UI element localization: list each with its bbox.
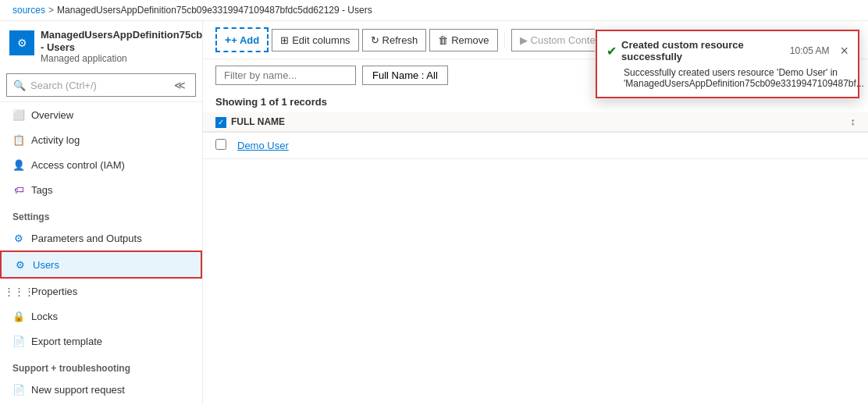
sidebar-item-label: Tags <box>31 184 52 196</box>
edit-columns-icon: ⊞ <box>280 34 289 46</box>
remove-icon: 🗑 <box>438 34 448 46</box>
sidebar: ⚙ ManagedUsersAppDefinition75cb09e331994… <box>0 21 203 405</box>
properties-icon: ⋮⋮⋮ <box>12 285 25 297</box>
sidebar-item-activity-log[interactable]: 📋 Activity log <box>0 127 202 152</box>
refresh-label: Refresh <box>382 34 418 46</box>
access-control-icon: 👤 <box>12 158 25 171</box>
tags-icon: 🏷 <box>12 183 25 196</box>
sidebar-item-label: Access control (IAM) <box>31 159 125 171</box>
sidebar-item-label: Activity log <box>31 134 80 146</box>
toolbar-separator <box>504 32 505 48</box>
breadcrumb-separator: > <box>48 5 54 16</box>
sidebar-item-parameters[interactable]: ⚙ Parameters and Outputs <box>0 226 202 250</box>
collapse-button[interactable]: ≪ <box>171 77 189 93</box>
toast-body: Successfully created users resource 'Dem… <box>607 67 848 89</box>
select-all-checkbox[interactable] <box>215 117 226 128</box>
sidebar-item-label: Users <box>33 259 59 271</box>
search-icon: 🔍 <box>13 80 26 91</box>
activity-log-icon: 📋 <box>12 133 25 146</box>
sidebar-header: ⚙ ManagedUsersAppDefinition75cb09e331994… <box>0 21 202 69</box>
breadcrumb-resources[interactable]: sources <box>12 5 45 16</box>
toast-notification: ✔ Created custom resource successfully 1… <box>595 29 860 99</box>
toast-close-button[interactable]: × <box>834 44 848 58</box>
sidebar-item-users[interactable]: ⚙ Users <box>0 250 202 279</box>
play-icon: ▶ <box>520 34 528 46</box>
parameters-icon: ⚙ <box>12 232 25 244</box>
add-icon: + <box>225 34 231 46</box>
sort-icon[interactable]: ↕ <box>851 115 856 127</box>
support-section-label: Support + troubleshooting <box>0 353 202 377</box>
sidebar-item-properties[interactable]: ⋮⋮⋮ Properties <box>0 279 202 304</box>
edit-columns-button[interactable]: ⊞ Edit columns <box>272 29 358 52</box>
content-area: + + Add ⊞ Edit columns ↻ Refresh 🗑 Remov… <box>203 21 868 405</box>
search-input[interactable] <box>30 80 166 91</box>
filter-input[interactable] <box>215 66 356 85</box>
refresh-button[interactable]: ↻ Refresh <box>362 29 427 52</box>
sidebar-item-label: New support request <box>31 384 125 396</box>
full-name-filter[interactable]: Full Name : All <box>362 66 448 85</box>
data-table-container: FULL NAME ↕ Demo User <box>203 112 868 159</box>
refresh-icon: ↻ <box>371 34 379 46</box>
sidebar-item-label: Properties <box>31 286 77 297</box>
add-label: + Add <box>231 34 259 46</box>
breadcrumb: sources > ManagedUsersAppDefinition75cb0… <box>0 0 868 21</box>
sidebar-item-label: Locks <box>31 311 58 322</box>
sidebar-item-locks[interactable]: 🔒 Locks <box>0 304 202 329</box>
sidebar-item-label: Export template <box>31 336 102 347</box>
support-icon: 📄 <box>12 383 25 396</box>
success-icon: ✔ <box>607 44 617 59</box>
users-icon: ⚙ <box>14 258 27 271</box>
toast-title: Created custom resource successfully <box>621 39 781 62</box>
sidebar-search-container: 🔍 ≪ <box>0 69 202 102</box>
remove-label: Remove <box>451 34 489 46</box>
toast-header: ✔ Created custom resource successfully 1… <box>607 39 848 62</box>
table-header: FULL NAME ↕ <box>203 112 868 133</box>
sidebar-item-tags[interactable]: 🏷 Tags <box>0 177 202 202</box>
locks-icon: 🔒 <box>12 310 25 322</box>
breadcrumb-current: ManagedUsersAppDefinition75cb09e33199471… <box>57 5 372 16</box>
sidebar-item-label: Overview <box>31 109 73 121</box>
remove-button[interactable]: 🗑 Remove <box>429 29 497 52</box>
add-button[interactable]: + + Add <box>215 27 269 52</box>
sidebar-item-new-support[interactable]: 📄 New support request <box>0 377 202 402</box>
page-title: ManagedUsersAppDefinition75cb09e33199471… <box>41 29 203 53</box>
demo-user-link[interactable]: Demo User <box>237 140 289 151</box>
toast-time: 10:05 AM <box>790 45 830 56</box>
sidebar-item-label: Parameters and Outputs <box>31 233 142 244</box>
edit-columns-label: Edit columns <box>292 34 350 46</box>
row-checkbox[interactable] <box>215 139 226 150</box>
table-row: Demo User <box>203 133 868 159</box>
column-full-name: FULL NAME <box>231 116 851 127</box>
sidebar-item-access-control[interactable]: 👤 Access control (IAM) <box>0 152 202 177</box>
settings-section-label: Settings <box>0 202 202 226</box>
page-subtitle: Managed application <box>41 53 203 64</box>
sidebar-item-overview[interactable]: ⬜ Overview <box>0 102 202 127</box>
sidebar-item-export-template[interactable]: 📄 Export template <box>0 329 202 353</box>
row-checkbox-container <box>215 139 231 152</box>
export-template-icon: 📄 <box>12 335 25 347</box>
overview-icon: ⬜ <box>12 108 25 121</box>
